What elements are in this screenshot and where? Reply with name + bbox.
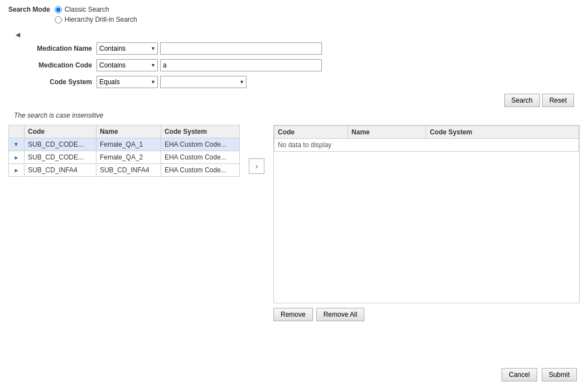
medication-name-row: Medication Name Contains Equals Starts W… (25, 42, 580, 55)
right-table-wrapper: Code Name Code System No data to display (273, 125, 580, 303)
right-panel: Code Name Code System No data to display… (273, 125, 580, 321)
classic-search-label: Classic Search (65, 6, 109, 13)
right-table-code-header: Code (274, 126, 348, 139)
left-panel: Code Name Code System ►SUB_CD_CODE...Fem… (8, 125, 240, 177)
table-row[interactable]: ►SUB_CD_INFA4SUB_CD_INFA4EHA Custom Code… (9, 164, 240, 177)
code-system-operator-wrapper: Equals Contains (97, 76, 158, 88)
medication-code-operator-wrapper: Contains Equals Starts With Ends With (97, 59, 158, 71)
table-row[interactable]: ►SUB_CD_CODE...Female_QA_2EHA Custom Cod… (9, 151, 240, 164)
submit-button[interactable]: Submit (542, 368, 577, 381)
hierarchy-search-label: Hierarchy Drill-in Search (65, 16, 137, 23)
collapse-arrow[interactable]: ◄ (14, 30, 22, 39)
remove-button[interactable]: Remove (273, 308, 313, 321)
transfer-button-area: › (245, 158, 268, 174)
classic-search-radio[interactable] (55, 6, 62, 13)
medication-name-label: Medication Name (25, 45, 92, 52)
table-row[interactable]: ►SUB_CD_CODE...Female_QA_1EHA Custom Cod… (9, 138, 240, 151)
form-section: Medication Name Contains Equals Starts W… (25, 42, 580, 88)
cancel-button[interactable]: Cancel (502, 368, 537, 381)
cell-code: SUB_CD_INFA4 (25, 164, 97, 177)
search-mode-radio-group: Classic Search Hierarchy Drill-in Search (55, 6, 137, 23)
row-expand-arrow[interactable]: ► (14, 154, 20, 161)
cell-name: Female_QA_2 (96, 151, 161, 164)
medication-code-operator[interactable]: Contains Equals Starts With Ends With (97, 59, 158, 71)
toolbar-buttons: Search Reset (8, 94, 580, 107)
right-table-codesystem-header: Code System (426, 126, 579, 139)
medication-name-input[interactable] (160, 42, 322, 55)
cell-codesystem: EHA Custom Code... (161, 138, 239, 151)
left-table: Code Name Code System ►SUB_CD_CODE...Fem… (8, 125, 240, 177)
code-system-label: Code System (25, 78, 92, 86)
search-mode-section: Search Mode Classic Search Hierarchy Dri… (8, 6, 580, 23)
cell-codesystem: EHA Custom Code... (161, 164, 239, 177)
search-mode-label: Search Mode (8, 6, 50, 13)
reset-button[interactable]: Reset (542, 94, 574, 107)
left-table-code-header: Code (25, 125, 97, 138)
right-table-name-header: Name (348, 126, 426, 139)
code-system-value-wrapper (160, 76, 247, 88)
hierarchy-search-radio[interactable] (55, 16, 62, 23)
code-system-row: Code System Equals Contains (25, 76, 580, 88)
info-text: The search is case insensitive (14, 112, 580, 119)
medication-name-operator-wrapper: Contains Equals Starts With Ends With (97, 42, 158, 55)
left-table-name-header: Name (96, 125, 161, 138)
medication-name-operator[interactable]: Contains Equals Starts With Ends With (97, 42, 158, 55)
row-expand-arrow[interactable]: ► (14, 167, 20, 173)
transfer-icon: › (256, 162, 258, 171)
code-system-operator[interactable]: Equals Contains (97, 76, 158, 88)
medication-code-label: Medication Code (25, 61, 92, 69)
row-expand-arrow[interactable]: ► (13, 142, 20, 148)
cell-name: SUB_CD_INFA4 (96, 164, 161, 177)
left-table-arrow-header (9, 125, 25, 138)
footer-row: Cancel Submit (502, 368, 577, 381)
cell-name: Female_QA_1 (96, 138, 161, 151)
classic-search-option[interactable]: Classic Search (55, 6, 137, 13)
right-table: Code Name Code System No data to display (274, 125, 579, 152)
remove-all-button[interactable]: Remove All (316, 308, 365, 321)
content-area: Code Name Code System ►SUB_CD_CODE...Fem… (8, 125, 580, 321)
hierarchy-search-option[interactable]: Hierarchy Drill-in Search (55, 16, 137, 23)
medication-code-input[interactable] (160, 59, 322, 71)
left-table-codesystem-header: Code System (161, 125, 239, 138)
bottom-buttons: Remove Remove All (273, 308, 580, 321)
cell-codesystem: EHA Custom Code... (161, 151, 239, 164)
medication-code-row: Medication Code Contains Equals Starts W… (25, 59, 580, 71)
no-data-text: No data to display (274, 139, 579, 152)
transfer-button[interactable]: › (249, 158, 264, 174)
cell-code: SUB_CD_CODE... (25, 138, 97, 151)
search-button[interactable]: Search (504, 94, 540, 107)
cell-code: SUB_CD_CODE... (25, 151, 97, 164)
code-system-value[interactable] (160, 76, 247, 88)
page-container: Search Mode Classic Search Hierarchy Dri… (0, 0, 588, 327)
